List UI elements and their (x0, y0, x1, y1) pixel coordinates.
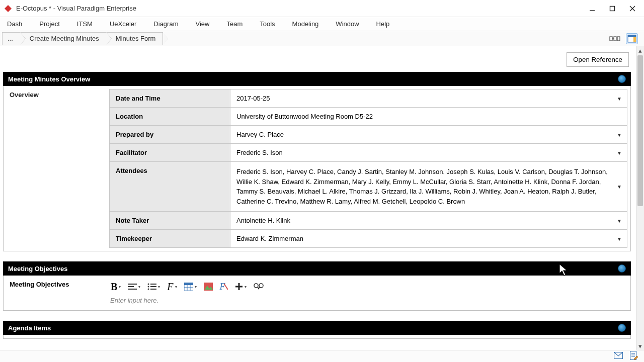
menu-project[interactable]: Project (39, 20, 59, 28)
section-body-agenda (3, 335, 631, 339)
objectives-editor[interactable]: Enter input here. (109, 297, 626, 304)
chevron-down-icon[interactable]: ▼ (617, 96, 622, 101)
value-facilitator[interactable]: Frederic S. Ison ▼ (230, 144, 627, 162)
breadcrumb-root[interactable]: ... (2, 32, 20, 45)
window-controls (588, 4, 640, 13)
svg-line-28 (224, 284, 228, 290)
mail-icon[interactable] (614, 352, 623, 360)
value-attendees[interactable]: Frederic S. Ison, Harvey C. Place, Candy… (230, 162, 627, 212)
svg-rect-11 (633, 37, 636, 42)
svg-point-33 (259, 284, 263, 288)
label-date: Date and Time (110, 89, 230, 108)
clear-format-button[interactable]: F (218, 281, 229, 293)
section-header-agenda: Agenda Items (3, 321, 631, 335)
section-help-icon[interactable] (618, 264, 626, 273)
chevron-down-icon[interactable]: ▼ (617, 218, 622, 223)
svg-rect-6 (614, 37, 616, 41)
menu-help[interactable]: Help (376, 20, 390, 28)
value-notetaker[interactable]: Antoinette H. Klink ▼ (230, 212, 627, 230)
section-title-overview: Meeting Minutes Overview (8, 75, 90, 83)
close-button[interactable] (628, 4, 637, 13)
menu-dash[interactable]: Dash (7, 20, 22, 28)
breadcrumb: ... Create Meeting Minutes Minutes Form (2, 31, 163, 46)
minimize-button[interactable] (588, 4, 597, 13)
window-title: E-Octopus * - Visual Paradigm Enterprise (16, 5, 588, 12)
svg-point-17 (148, 286, 149, 288)
menu-modeling[interactable]: Modeling (292, 20, 319, 28)
label-facilitator: Facilitator (110, 144, 230, 162)
app-logo-icon (4, 5, 12, 13)
label-timekeeper: Timekeeper (110, 230, 230, 248)
svg-point-15 (148, 284, 149, 285)
table-button[interactable]: ▾ (183, 281, 198, 293)
scroll-thumb[interactable] (637, 55, 643, 206)
edit-note-icon[interactable] (630, 351, 638, 361)
breadcrumb-row: ... Create Meeting Minutes Minutes Form (0, 31, 644, 46)
section-body-overview: Overview Date and Time 2017-05-25 ▼ Loca… (3, 86, 631, 251)
breadcrumb-form[interactable]: Minutes Form (106, 32, 163, 45)
objectives-side-label: Meeting Objectives (4, 276, 109, 310)
breadcrumb-create[interactable]: Create Meeting Minutes (20, 32, 106, 45)
maximize-button[interactable] (608, 4, 617, 13)
svg-rect-8 (617, 37, 620, 41)
label-location: Location (110, 108, 230, 126)
menu-view[interactable]: View (195, 20, 209, 28)
bold-button[interactable]: B▾ (109, 281, 122, 293)
find-button[interactable] (252, 281, 265, 293)
label-attendees: Attendees (110, 162, 230, 212)
open-reference-button[interactable]: Open Reference (567, 52, 629, 67)
menubar: Dash Project ITSM UeXceler Diagram View … (0, 17, 644, 31)
value-prepared[interactable]: Harvey C. Place ▼ (230, 126, 627, 144)
menu-uexceler[interactable]: UeXceler (110, 20, 136, 28)
menu-tools[interactable]: Tools (260, 20, 275, 28)
value-date[interactable]: 2017-05-25 ▼ (230, 89, 627, 108)
overview-table: Date and Time 2017-05-25 ▼ Location Univ… (109, 89, 627, 248)
value-location[interactable]: University of Buttonwood Meeting Room D5… (230, 108, 627, 126)
scroll-down-icon[interactable]: ▾ (636, 342, 644, 350)
menu-diagram[interactable]: Diagram (153, 20, 178, 28)
svg-marker-0 (5, 5, 12, 12)
section-body-objectives: Meeting Objectives B▾ ▾ ▾ F▾ ▾ F ▾ Enter… (3, 276, 631, 311)
chevron-down-icon[interactable]: ▼ (617, 183, 622, 191)
section-title-agenda: Agenda Items (8, 324, 51, 332)
panel-toggle-icon[interactable] (626, 33, 638, 44)
section-header-overview: Meeting Minutes Overview (3, 72, 631, 86)
svg-rect-10 (628, 35, 636, 37)
statusbar (0, 350, 644, 362)
chevron-down-icon[interactable]: ▼ (617, 236, 622, 241)
titlebar: E-Octopus * - Visual Paradigm Enterprise (0, 0, 644, 17)
svg-rect-5 (610, 37, 612, 41)
section-header-objectives: Meeting Objectives (3, 261, 631, 276)
value-timekeeper[interactable]: Edward K. Zimmerman ▼ (230, 230, 627, 248)
svg-point-19 (148, 289, 149, 290)
vertical-scrollbar[interactable]: ▴ ▾ (636, 46, 644, 350)
svg-rect-2 (610, 6, 615, 11)
section-title-objectives: Meeting Objectives (8, 265, 67, 273)
svg-rect-22 (184, 283, 193, 285)
chevron-down-icon[interactable]: ▼ (617, 132, 622, 137)
scroll-canvas[interactable]: Open Reference Meeting Minutes Overview … (0, 46, 636, 350)
list-button[interactable]: ▾ (146, 281, 162, 293)
layout-icon[interactable] (609, 33, 621, 44)
label-notetaker: Note Taker (110, 212, 230, 230)
content-area: Open Reference Meeting Minutes Overview … (0, 46, 644, 350)
section-help-icon[interactable] (618, 75, 626, 83)
toolbar-icons (609, 33, 641, 44)
section-help-icon[interactable] (618, 324, 626, 332)
chevron-down-icon[interactable]: ▼ (617, 150, 622, 155)
label-prepared: Prepared by (110, 126, 230, 144)
font-button[interactable]: F▾ (166, 281, 178, 293)
align-button[interactable]: ▾ (126, 281, 142, 293)
rich-text-toolbar: B▾ ▾ ▾ F▾ ▾ F ▾ (109, 279, 626, 297)
image-button[interactable] (202, 281, 214, 293)
menu-team[interactable]: Team (226, 20, 243, 28)
menu-window[interactable]: Window (336, 20, 359, 28)
scroll-up-icon[interactable]: ▴ (636, 46, 644, 54)
svg-point-31 (254, 284, 258, 288)
insert-button[interactable]: ▾ (233, 281, 248, 293)
overview-side-label: Overview (4, 86, 109, 251)
menu-itsm[interactable]: ITSM (77, 20, 93, 28)
